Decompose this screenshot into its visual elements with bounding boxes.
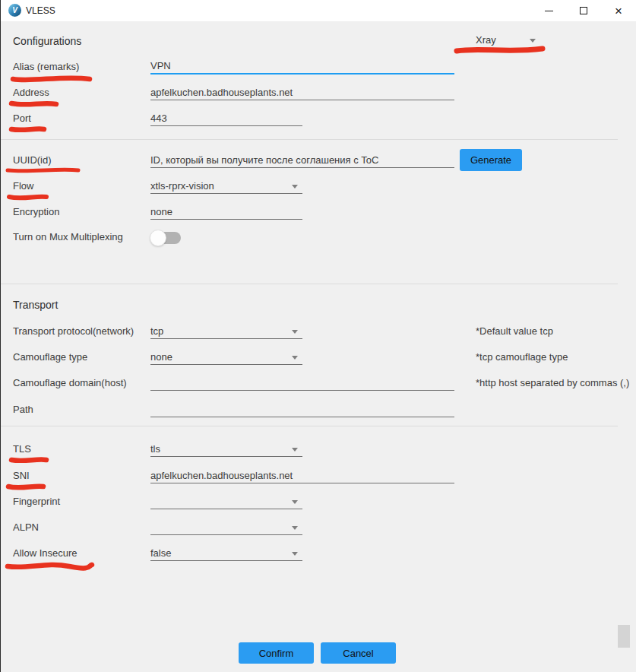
network-value: tcp — [150, 325, 163, 337]
alpn-label: ALPN — [13, 521, 39, 533]
sni-value: apfelkuchen.badhouseplants.net — [150, 470, 293, 481]
encryption-value: none — [150, 206, 172, 217]
port-label: Port — [13, 113, 31, 124]
camouflage-type-hint: *tcp camouflage type — [476, 351, 568, 363]
scrollbar-thumb[interactable] — [618, 625, 630, 648]
window-title: VLESS — [26, 5, 55, 16]
tls-select[interactable]: tls — [150, 442, 302, 457]
alias-value: VPN — [150, 60, 171, 71]
camouflage-domain-label: Camouflage domain(host) — [13, 377, 127, 388]
flow-label: Flow — [13, 180, 33, 192]
chevron-down-icon — [292, 185, 298, 189]
camouflage-domain-hint: *http host separated by commas (,) — [476, 377, 629, 388]
flow-select[interactable]: xtls-rprx-vision — [150, 179, 302, 194]
section-divider — [1, 426, 618, 426]
core-type-select[interactable]: Xray — [476, 33, 540, 48]
network-label: Transport protocol(network) — [13, 325, 134, 337]
cancel-button[interactable]: Cancel — [321, 642, 396, 664]
uuid-value: ID, который вы получите после соглашения… — [150, 154, 378, 166]
window-controls: × — [531, 0, 636, 21]
minimize-button[interactable] — [531, 0, 566, 21]
alpn-select[interactable] — [150, 521, 302, 535]
camouflage-type-label: Camouflage type — [13, 351, 87, 363]
address-input[interactable]: apfelkuchen.badhouseplants.net — [150, 86, 454, 100]
red-underline-annotation-port — [8, 125, 48, 135]
allow-insecure-value: false — [150, 547, 171, 559]
red-underline-annotation-uuid — [5, 166, 82, 175]
configurations-heading: Configurations — [13, 35, 81, 47]
red-underline-annotation-flow — [6, 192, 50, 202]
generate-button[interactable]: Generate — [460, 149, 522, 171]
allow-insecure-label: Allow Insecure — [13, 547, 78, 559]
maximize-icon — [580, 7, 587, 14]
chevron-down-icon — [292, 448, 298, 452]
uuid-input[interactable]: ID, который вы получите после соглашения… — [150, 154, 454, 168]
toggle-thumb-icon — [150, 230, 166, 246]
allow-insecure-select[interactable]: false — [150, 547, 302, 561]
network-select[interactable]: tcp — [150, 325, 302, 339]
section-divider — [1, 139, 618, 140]
uuid-label: UUID(id) — [13, 154, 52, 166]
chevron-down-icon — [292, 500, 298, 504]
camouflage-type-value: none — [150, 351, 172, 363]
encryption-input[interactable]: none — [150, 205, 302, 220]
red-underline-annotation-address — [8, 99, 60, 109]
camouflage-domain-input[interactable] — [150, 376, 454, 391]
sni-label: SNI — [13, 470, 30, 481]
sni-input[interactable]: apfelkuchen.badhouseplants.net — [150, 469, 454, 483]
tls-label: TLS — [13, 443, 31, 455]
red-underline-annotation-alias — [10, 73, 93, 84]
core-type-value: Xray — [476, 34, 496, 46]
chevron-down-icon — [530, 39, 536, 43]
mux-label: Turn on Mux Multiplexing — [13, 231, 123, 242]
titlebar: V VLESS × — [1, 0, 636, 21]
maximize-button[interactable] — [566, 0, 601, 21]
chevron-down-icon — [292, 330, 298, 334]
port-value: 443 — [150, 113, 167, 124]
app-icon: V — [8, 4, 21, 17]
red-underline-annotation-sni — [5, 482, 47, 492]
camouflage-type-select[interactable]: none — [150, 350, 302, 365]
port-input[interactable]: 443 — [150, 112, 302, 126]
flow-value: xtls-rprx-vision — [150, 180, 214, 192]
vless-config-window: V VLESS × Configurations Xray Alias (rem… — [0, 0, 636, 672]
close-button[interactable]: × — [601, 0, 636, 21]
tls-value: tls — [150, 443, 160, 455]
path-input[interactable] — [150, 403, 454, 417]
red-underline-annotation-allow-insecure — [5, 559, 96, 572]
fingerprint-select[interactable] — [150, 495, 302, 509]
path-label: Path — [13, 404, 33, 415]
red-underline-annotation-tls — [8, 455, 50, 465]
section-divider — [1, 284, 618, 284]
close-icon: × — [615, 5, 622, 17]
chevron-down-icon — [292, 526, 298, 530]
minimize-icon — [545, 11, 553, 11]
mux-toggle[interactable] — [152, 232, 181, 244]
transport-heading: Transport — [13, 299, 58, 311]
confirm-button[interactable]: Confirm — [239, 642, 314, 664]
encryption-label: Encryption — [13, 206, 59, 217]
fingerprint-label: Fingerprint — [13, 496, 60, 507]
chevron-down-icon — [292, 356, 298, 360]
network-hint: *Default value tcp — [476, 325, 553, 337]
address-value: apfelkuchen.badhouseplants.net — [150, 87, 293, 98]
address-label: Address — [13, 87, 49, 98]
alias-label: Alias (remarks) — [13, 61, 79, 72]
chevron-down-icon — [292, 552, 298, 556]
alias-input[interactable]: VPN — [150, 59, 454, 74]
